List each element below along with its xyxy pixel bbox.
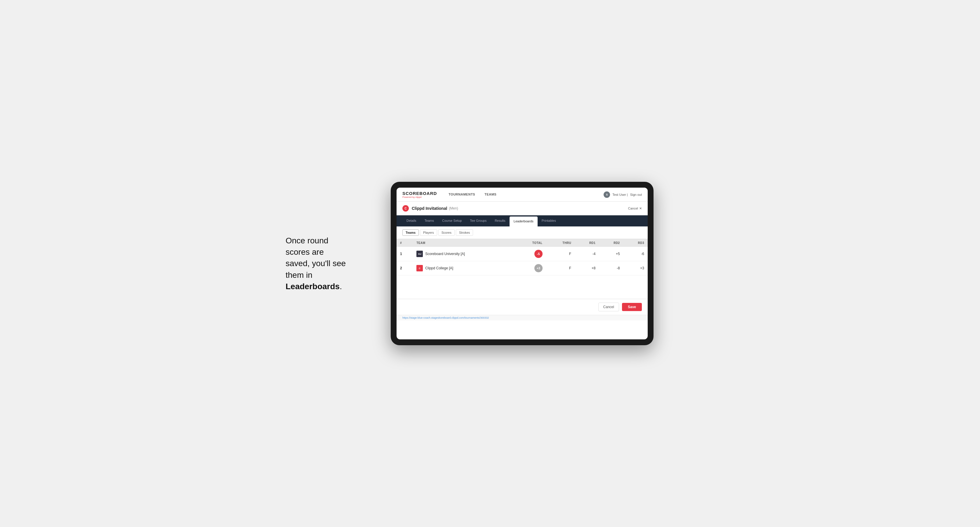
save-button[interactable]: Save [622, 303, 642, 311]
logo-subtitle: Powered by clippd [402, 196, 437, 198]
table-row: 2 C Clippd College [A] +3 F +8 -8 +3 [396, 261, 648, 275]
page-wrapper: Once round scores are saved, you'll see … [286, 182, 694, 345]
rank-cell: 2 [396, 261, 413, 275]
desc-line4: them in [286, 270, 312, 279]
subtab-teams[interactable]: Teams [402, 229, 419, 236]
rd1-cell: +8 [575, 261, 599, 275]
tablet-screen: SCOREBOARD Powered by clippd TOURNAMENTS… [396, 187, 648, 340]
rd3-cell: +3 [624, 261, 648, 275]
table-row: 1 SU Scoreboard University [A] -5 F -4 +… [396, 247, 648, 261]
col-rd1: RD1 [575, 239, 599, 247]
sub-tabs: Teams Players Scores Strokes [396, 227, 648, 239]
tournament-header: C Clippd Invitational (Men) Cancel ✕ [396, 202, 648, 215]
header-right: S Test User | Sign out [604, 191, 642, 198]
tabs-bar: Details Teams Course Setup Tee Groups Re… [396, 215, 648, 227]
score-badge: -5 [535, 250, 542, 258]
tournament-title: Clippd Invitational [412, 206, 447, 211]
desc-line5-end: . [340, 282, 342, 291]
tournament-subtitle: (Men) [449, 206, 458, 210]
tab-details[interactable]: Details [402, 216, 420, 226]
tab-tee-groups[interactable]: Tee Groups [466, 216, 491, 226]
card-footer: Cancel Save [396, 299, 648, 315]
logo-area: SCOREBOARD Powered by clippd [402, 191, 437, 198]
subtab-players[interactable]: Players [420, 229, 437, 236]
subtab-scores[interactable]: Scores [438, 229, 455, 236]
col-total: TOTAL [514, 239, 546, 247]
desc-line2: scores are [286, 248, 324, 257]
thru-cell: F [546, 261, 575, 275]
nav-teams[interactable]: TEAMS [480, 187, 501, 202]
tab-printables[interactable]: Printables [538, 216, 560, 226]
tournament-icon: C [402, 205, 409, 211]
rd1-cell: -4 [575, 247, 599, 261]
rank-cell: 1 [396, 247, 413, 261]
spacer [396, 275, 648, 299]
rd2-cell: +5 [599, 247, 623, 261]
col-thru: THRU [546, 239, 575, 247]
cancel-button[interactable]: Cancel [598, 303, 619, 311]
url-bar: https://stage-blue-coach.stageskoreboard… [396, 315, 648, 321]
table-header-row: # TEAM TOTAL THRU RD1 RD2 RD3 [396, 239, 648, 247]
team-name: Clippd College [A] [425, 266, 453, 270]
col-rd3: RD3 [624, 239, 648, 247]
col-rd2: RD2 [599, 239, 623, 247]
tab-leaderboards[interactable]: Leaderboards [509, 216, 538, 227]
left-description: Once round scores are saved, you'll see … [286, 235, 373, 292]
desc-line1: Once round [286, 236, 328, 245]
team-logo-icon: SU [417, 251, 423, 257]
logo-title: SCOREBOARD [402, 191, 437, 196]
sign-out-link[interactable]: Sign out [630, 193, 642, 196]
rd3-cell: -6 [624, 247, 648, 261]
tab-teams[interactable]: Teams [420, 216, 438, 226]
desc-line5-bold: Leaderboards [286, 282, 340, 291]
col-rank: # [396, 239, 413, 247]
tab-course-setup[interactable]: Course Setup [438, 216, 466, 226]
nav-tournaments[interactable]: TOURNAMENTS [444, 187, 480, 202]
subtab-strokes[interactable]: Strokes [456, 229, 473, 236]
desc-line3: saved, you'll see [286, 259, 346, 268]
thru-cell: F [546, 247, 575, 261]
cancel-top-button[interactable]: Cancel ✕ [628, 206, 642, 210]
team-cell: C Clippd College [A] [413, 261, 514, 275]
tab-results[interactable]: Results [491, 216, 509, 226]
app-header: SCOREBOARD Powered by clippd TOURNAMENTS… [396, 187, 648, 202]
tablet-frame: SCOREBOARD Powered by clippd TOURNAMENTS… [391, 182, 654, 345]
total-cell: +3 [514, 261, 546, 275]
main-nav: TOURNAMENTS TEAMS [444, 187, 501, 202]
score-badge: +3 [535, 264, 542, 272]
team-name: Scoreboard University [A] [425, 252, 465, 256]
total-cell: -5 [514, 247, 546, 261]
user-name: Test User | [612, 193, 628, 196]
team-cell: SU Scoreboard University [A] [413, 247, 514, 261]
col-team: TEAM [413, 239, 514, 247]
team-logo-icon: C [417, 265, 423, 271]
leaderboard-table: # TEAM TOTAL THRU RD1 RD2 RD3 1 SU Score… [396, 239, 648, 275]
user-avatar: S [604, 191, 610, 198]
rd2-cell: -8 [599, 261, 623, 275]
